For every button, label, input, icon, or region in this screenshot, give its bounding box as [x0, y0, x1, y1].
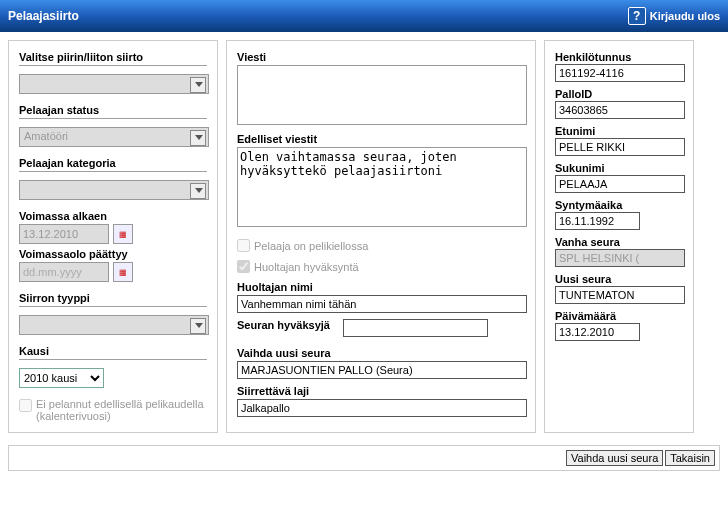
- footer: Vaihda uusi seura Takaisin: [0, 441, 728, 479]
- vanha-seura-input: [555, 249, 685, 267]
- status-select[interactable]: Amatööri: [19, 127, 209, 147]
- uusi-seura-label: Uusi seura: [555, 273, 683, 285]
- sukunimi-input[interactable]: [555, 175, 685, 193]
- syntymaaika-input[interactable]: [555, 212, 640, 230]
- viesti-label: Viesti: [237, 51, 525, 63]
- logout-link[interactable]: Kirjaudu ulos: [650, 11, 720, 22]
- status-label: Pelaajan status: [19, 104, 207, 116]
- footer-box: Vaihda uusi seura Takaisin: [8, 445, 720, 471]
- pelikielto-checkbox: [237, 239, 250, 252]
- right-panel: Henkilötunnus PalloID Etunimi Sukunimi S…: [544, 40, 694, 433]
- kausi-label: Kausi: [19, 345, 207, 357]
- voimassa-alkaen-input[interactable]: [19, 224, 109, 244]
- hetu-input[interactable]: [555, 64, 685, 82]
- kategoria-select[interactable]: [19, 180, 209, 200]
- piiri-select[interactable]: [19, 74, 209, 94]
- vanha-seura-label: Vanha seura: [555, 236, 683, 248]
- edelliset-label: Edelliset viestit: [237, 133, 525, 145]
- palloid-label: PalloID: [555, 88, 683, 100]
- left-panel: Valitse piirin/liiton siirto Pelaajan st…: [8, 40, 218, 433]
- ei-pelannut-checkbox: [19, 399, 32, 412]
- voimassaolo-paattyy-label: Voimassaolo päättyy: [19, 248, 207, 260]
- siirron-tyyppi-select[interactable]: [19, 315, 209, 335]
- seuran-hyvaksyja-label: Seuran hyväksyjä: [237, 319, 337, 331]
- voimassaolo-paattyy-input[interactable]: [19, 262, 109, 282]
- pelikielto-label: Pelaaja on pelikiellossa: [254, 240, 368, 252]
- syntymaaika-label: Syntymäaika: [555, 199, 683, 211]
- etunimi-label: Etunimi: [555, 125, 683, 137]
- hetu-label: Henkilötunnus: [555, 51, 683, 63]
- calendar-icon[interactable]: ▦: [113, 224, 133, 244]
- piiri-label: Valitse piirin/liiton siirto: [19, 51, 207, 63]
- sukunimi-label: Sukunimi: [555, 162, 683, 174]
- vaihda-uusi-seura-button[interactable]: Vaihda uusi seura: [566, 450, 663, 466]
- kategoria-label: Pelaajan kategoria: [19, 157, 207, 169]
- vaihda-seura-label: Vaihda uusi seura: [237, 347, 525, 359]
- paivamaara-input[interactable]: [555, 323, 640, 341]
- seuran-hyvaksyja-input[interactable]: [343, 319, 488, 337]
- header-right: ? Kirjaudu ulos: [628, 7, 720, 25]
- edelliset-textarea[interactable]: Olen vaihtamassa seuraa, joten hyväksytt…: [237, 147, 527, 227]
- uusi-seura-input[interactable]: [555, 286, 685, 304]
- app-header: Pelaajasiirto ? Kirjaudu ulos: [0, 0, 728, 32]
- etunimi-input[interactable]: [555, 138, 685, 156]
- content-area: Valitse piirin/liiton siirto Pelaajan st…: [0, 32, 728, 441]
- huoltaja-hyv-label: Huoltajan hyväksyntä: [254, 261, 359, 273]
- vaihda-seura-input[interactable]: [237, 361, 527, 379]
- help-icon[interactable]: ?: [628, 7, 646, 25]
- siirrettava-laji-label: Siirrettävä laji: [237, 385, 525, 397]
- calendar-icon[interactable]: ▦: [113, 262, 133, 282]
- huoltaja-nimi-input[interactable]: [237, 295, 527, 313]
- paivamaara-label: Päivämäärä: [555, 310, 683, 322]
- siirrettava-laji-input[interactable]: [237, 399, 527, 417]
- ei-pelannut-label: Ei pelannut edellisellä pelikaudella (ka…: [36, 398, 207, 422]
- mid-panel: Viesti Edelliset viestit Olen vaihtamass…: [226, 40, 536, 433]
- huoltaja-hyv-checkbox: [237, 260, 250, 273]
- huoltaja-nimi-label: Huoltajan nimi: [237, 281, 525, 293]
- kausi-select[interactable]: 2010 kausi: [19, 368, 104, 388]
- page-title: Pelaajasiirto: [8, 9, 79, 23]
- takaisin-button[interactable]: Takaisin: [665, 450, 715, 466]
- voimassa-alkaen-label: Voimassa alkaen: [19, 210, 207, 222]
- siirron-tyyppi-label: Siirron tyyppi: [19, 292, 207, 304]
- viesti-textarea[interactable]: [237, 65, 527, 125]
- palloid-input[interactable]: [555, 101, 685, 119]
